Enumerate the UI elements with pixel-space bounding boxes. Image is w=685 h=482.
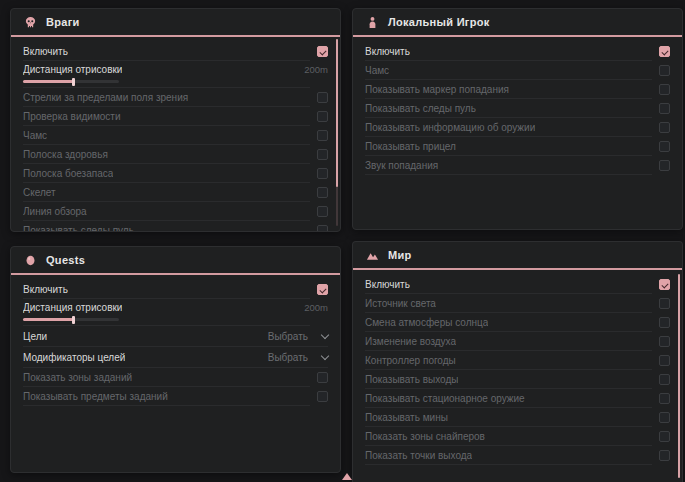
setting-label: Показать зоны снайперов: [365, 431, 485, 442]
setting-row[interactable]: Показывать маркер попадания: [353, 80, 682, 99]
setting-row[interactable]: Показывать информацию об оружии: [353, 118, 682, 137]
checkbox[interactable]: [317, 46, 328, 57]
setting-row[interactable]: ЦелиВыбрать: [11, 326, 340, 347]
checkbox[interactable]: [317, 187, 328, 198]
checkbox[interactable]: [317, 284, 328, 295]
setting-row[interactable]: Включить: [353, 42, 682, 61]
slider[interactable]: [23, 318, 119, 321]
setting-label: Показывать выходы: [365, 374, 458, 385]
setting-label: Дистанция отрисовки: [23, 64, 122, 75]
setting-row[interactable]: Полоска здоровья: [11, 145, 340, 164]
checkbox[interactable]: [659, 160, 670, 171]
setting-label: Показывать стационарное оружие: [365, 393, 525, 404]
checkbox[interactable]: [317, 391, 328, 402]
setting-row[interactable]: Контроллер погоды: [353, 351, 682, 370]
checkbox[interactable]: [317, 130, 328, 141]
dropdown[interactable]: Выбрать: [268, 331, 328, 342]
setting-row[interactable]: Скелет: [11, 183, 340, 202]
checkbox[interactable]: [659, 84, 670, 95]
setting-row[interactable]: Стрелки за пределами поля зрения: [11, 88, 340, 107]
setting-label: Включить: [23, 284, 68, 295]
checkbox[interactable]: [317, 92, 328, 103]
setting-row[interactable]: Проверка видимости: [11, 107, 340, 126]
setting-row[interactable]: Изменение воздуха: [353, 332, 682, 351]
setting-row[interactable]: Показать зоны снайперов: [353, 427, 682, 446]
setting-label: Смена атмосферы солнца: [365, 317, 488, 328]
checkbox[interactable]: [659, 336, 670, 347]
panel-local-player-header: Локальный Игрок: [353, 9, 682, 37]
setting-row[interactable]: Звук попадания: [353, 156, 682, 175]
checkbox[interactable]: [659, 450, 670, 461]
setting-row[interactable]: Дистанция отрисовки200m: [11, 299, 340, 326]
scrollbar-thumb[interactable]: [336, 39, 338, 187]
setting-label: Показывать следы пуль: [365, 103, 476, 114]
setting-row[interactable]: Источник света: [353, 294, 682, 313]
setting-row[interactable]: Показывать следы пуль: [11, 221, 340, 232]
panel-title: Локальный Игрок: [388, 16, 490, 28]
checkbox[interactable]: [659, 103, 670, 114]
slider-value: 200m: [304, 302, 328, 313]
checkbox[interactable]: [317, 225, 328, 232]
setting-row[interactable]: Показывать мины: [353, 408, 682, 427]
setting-label: Чамс: [23, 130, 47, 141]
setting-row[interactable]: Полоска боезапаса: [11, 164, 340, 183]
checkbox[interactable]: [659, 374, 670, 385]
setting-row[interactable]: Смена атмосферы солнца: [353, 313, 682, 332]
setting-label: Показывать прицел: [365, 141, 456, 152]
checkbox[interactable]: [317, 206, 328, 217]
setting-row[interactable]: Показать зоны заданий: [11, 368, 340, 387]
setting-row[interactable]: Включить: [353, 275, 682, 294]
setting-label: Полоска здоровья: [23, 149, 108, 160]
setting-row[interactable]: Модификаторы целейВыбрать: [11, 347, 340, 368]
setting-label: Звук попадания: [365, 160, 438, 171]
checkbox[interactable]: [317, 372, 328, 383]
setting-row[interactable]: Линия обзора: [11, 202, 340, 221]
checkbox[interactable]: [659, 355, 670, 366]
checkbox[interactable]: [659, 298, 670, 309]
checkbox[interactable]: [659, 65, 670, 76]
checkbox[interactable]: [659, 317, 670, 328]
dropdown-value: Выбрать: [268, 352, 308, 363]
setting-label: Включить: [365, 279, 410, 290]
slider-fill: [23, 80, 73, 83]
setting-label: Показать точки выхода: [365, 450, 472, 461]
setting-row[interactable]: Включить: [11, 280, 340, 299]
setting-row[interactable]: Показывать стационарное оружие: [353, 389, 682, 408]
slider-thumb[interactable]: [72, 316, 75, 324]
setting-label: Дистанция отрисовки: [23, 302, 122, 313]
checkbox[interactable]: [659, 46, 670, 57]
setting-row[interactable]: Включить: [11, 42, 340, 61]
setting-row[interactable]: Чамс: [353, 61, 682, 80]
setting-row[interactable]: Показать точки выхода: [353, 446, 682, 465]
panel-quests-rows: ВключитьДистанция отрисовки200mЦелиВыбра…: [11, 275, 340, 406]
slider-thumb[interactable]: [72, 78, 75, 86]
checkbox[interactable]: [659, 412, 670, 423]
setting-label: Показывать следы пуль: [23, 225, 134, 232]
panel-enemies-header: Враги: [11, 9, 340, 37]
setting-row[interactable]: Показывать предметы заданий: [11, 387, 340, 406]
checkbox[interactable]: [659, 431, 670, 442]
checkbox[interactable]: [659, 122, 670, 133]
cheat-menu-screen: Враги ВключитьДистанция отрисовки200mСтр…: [0, 0, 685, 482]
setting-label: Показывать информацию об оружии: [365, 122, 535, 133]
checkbox[interactable]: [659, 279, 670, 290]
checkbox[interactable]: [659, 141, 670, 152]
checkbox[interactable]: [659, 393, 670, 404]
panel-quests-header: Quests: [11, 247, 340, 275]
setting-label: Показывать предметы заданий: [23, 391, 168, 402]
dropdown[interactable]: Выбрать: [268, 352, 328, 363]
setting-row[interactable]: Чамс: [11, 126, 340, 145]
slider[interactable]: [23, 80, 119, 83]
panel-local-player-rows: ВключитьЧамсПоказывать маркер попаданияП…: [353, 37, 682, 175]
scrollbar-thumb[interactable]: [678, 274, 680, 478]
panel-world: Мир ВключитьИсточник светаСмена атмосфер…: [352, 241, 683, 482]
setting-row[interactable]: Показывать выходы: [353, 370, 682, 389]
checkbox[interactable]: [317, 111, 328, 122]
panel-title: Мир: [388, 249, 412, 261]
setting-row[interactable]: Показывать прицел: [353, 137, 682, 156]
setting-row[interactable]: Показывать следы пуль: [353, 99, 682, 118]
checkbox[interactable]: [317, 168, 328, 179]
panel-quests: Quests ВключитьДистанция отрисовки200mЦе…: [10, 246, 341, 473]
checkbox[interactable]: [317, 149, 328, 160]
setting-row[interactable]: Дистанция отрисовки200m: [11, 61, 340, 88]
